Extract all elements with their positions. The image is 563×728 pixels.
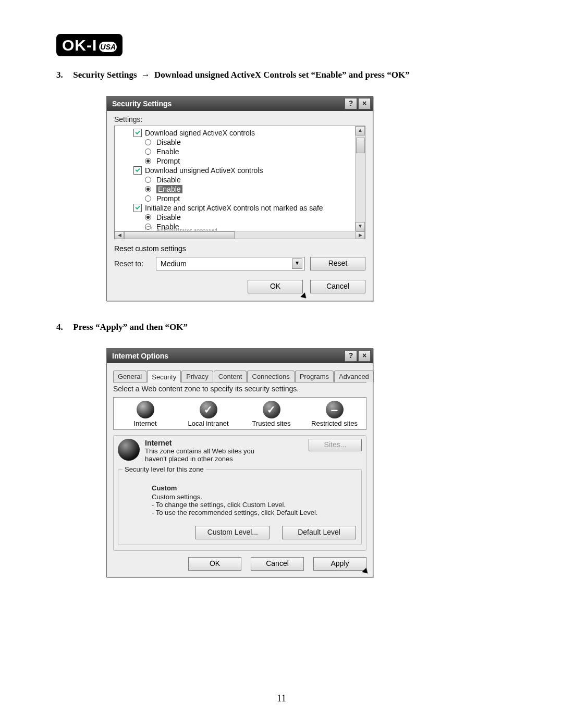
cancel-button[interactable]: Cancel bbox=[251, 557, 304, 571]
internet-options-dialog: Internet Options ? × GeneralSecurityPriv… bbox=[106, 348, 373, 577]
radio-label: Enable bbox=[156, 147, 179, 156]
help-button[interactable]: ? bbox=[345, 98, 357, 109]
radio-label: Prompt bbox=[156, 157, 180, 165]
globe-icon bbox=[137, 401, 154, 418]
radio-icon[interactable] bbox=[145, 158, 151, 164]
radio-label: Enable bbox=[156, 185, 182, 193]
category-label: Download unsigned ActiveX controls bbox=[145, 166, 263, 175]
cancel-button[interactable]: Cancel bbox=[310, 280, 365, 293]
tab-security[interactable]: Security bbox=[147, 370, 181, 382]
check-icon bbox=[263, 401, 280, 418]
security-level-group: Security level for this zone Custom Cust… bbox=[118, 469, 362, 545]
zone-item[interactable]: Restricted sites bbox=[309, 401, 361, 427]
scroll-thumb[interactable] bbox=[356, 138, 365, 153]
step-4-heading: 4. Press “Apply” and then “OK” bbox=[56, 322, 507, 332]
zone-item[interactable]: Trusted sites bbox=[246, 401, 298, 427]
tab-advanced[interactable]: Advanced bbox=[334, 371, 374, 382]
step-3-text-b: Download unsigned ActiveX Controls set “… bbox=[154, 70, 410, 80]
apply-button[interactable]: Apply bbox=[313, 557, 366, 571]
zone-label: Internet bbox=[119, 419, 172, 427]
tab-strip: GeneralSecurityPrivacyContentConnections… bbox=[113, 367, 366, 382]
zone-item[interactable]: Internet bbox=[119, 401, 172, 427]
settings-listbox[interactable]: Download signed ActiveX controlsDisableE… bbox=[114, 126, 365, 239]
titlebar[interactable]: Internet Options ? × bbox=[107, 349, 373, 363]
custom-level-button[interactable]: Custom Level... bbox=[195, 526, 270, 539]
arrow-icon: → bbox=[141, 70, 150, 80]
category-icon bbox=[133, 166, 142, 175]
radio-icon[interactable] bbox=[145, 195, 151, 202]
zone-desc-1: This zone contains all Web sites you bbox=[145, 447, 309, 455]
zone-label: Restricted sites bbox=[309, 419, 361, 427]
radio-label: Disable bbox=[156, 138, 181, 146]
radio-icon[interactable] bbox=[145, 149, 151, 155]
logo-text: OK-I bbox=[62, 36, 97, 54]
category-icon bbox=[133, 129, 142, 137]
reset-button[interactable]: Reset bbox=[310, 257, 365, 270]
horizontal-scrollbar[interactable]: ◀ ▶ bbox=[115, 231, 365, 239]
custom-title: Custom bbox=[152, 484, 356, 492]
globe-icon bbox=[118, 439, 140, 461]
radio-icon[interactable] bbox=[145, 214, 151, 220]
radio-option[interactable]: Disable bbox=[133, 175, 365, 184]
minus-icon bbox=[326, 401, 344, 418]
zone-item[interactable]: Local intranet bbox=[182, 401, 235, 427]
step-4-number: 4. bbox=[56, 322, 71, 332]
security-level-label: Security level for this zone bbox=[123, 465, 206, 473]
tree-category: Initialize and script ActiveX controls n… bbox=[133, 203, 365, 213]
help-button[interactable]: ? bbox=[345, 350, 357, 362]
tree-category: Download signed ActiveX controls bbox=[133, 128, 365, 138]
zone-selector[interactable]: InternetLocal intranetTrusted sitesRestr… bbox=[113, 397, 366, 430]
page-number: 11 bbox=[0, 693, 563, 704]
radio-label: Prompt bbox=[156, 194, 180, 203]
step-3-number: 3. bbox=[56, 70, 71, 80]
radio-icon[interactable] bbox=[145, 177, 151, 183]
radio-option[interactable]: Disable bbox=[133, 213, 365, 222]
vertical-scrollbar[interactable]: ▲ ▼ bbox=[355, 126, 365, 231]
custom-line-1: Custom settings. bbox=[152, 493, 356, 501]
close-button[interactable]: × bbox=[358, 350, 371, 362]
hscroll-thumb[interactable] bbox=[124, 231, 235, 239]
radio-option[interactable]: Enable bbox=[133, 184, 365, 194]
titlebar[interactable]: Security Settings ? × bbox=[107, 96, 373, 111]
zone-name: Internet bbox=[145, 439, 309, 447]
logo-usa-badge: USA bbox=[99, 42, 117, 52]
tab-connections[interactable]: Connections bbox=[247, 371, 294, 382]
reset-to-select[interactable]: Medium ▼ bbox=[156, 257, 305, 270]
security-settings-dialog: Security Settings ? × Settings: Download… bbox=[106, 96, 373, 301]
ok-button[interactable]: OK bbox=[188, 557, 241, 571]
custom-line-2: - To change the settings, click Custom L… bbox=[152, 501, 356, 509]
reset-section-label: Reset custom settings bbox=[114, 244, 365, 253]
custom-line-3: - To use the recommended settings, click… bbox=[152, 509, 356, 516]
tab-general[interactable]: General bbox=[113, 371, 146, 382]
radio-option[interactable]: Disable bbox=[133, 138, 365, 147]
category-label: Download signed ActiveX controls bbox=[145, 129, 255, 137]
step-3-text-a: Security Settings bbox=[73, 70, 137, 80]
scroll-up-icon[interactable]: ▲ bbox=[356, 126, 365, 135]
scroll-left-icon[interactable]: ◀ bbox=[115, 231, 124, 239]
reset-to-label: Reset to: bbox=[114, 260, 151, 268]
custom-level-description: Custom Custom settings. - To change the … bbox=[152, 484, 356, 516]
tab-privacy[interactable]: Privacy bbox=[181, 371, 213, 382]
ok-button[interactable]: OK bbox=[248, 280, 303, 293]
radio-option[interactable]: Enable bbox=[133, 147, 365, 156]
close-button[interactable]: × bbox=[358, 98, 371, 109]
chevron-down-icon[interactable]: ▼ bbox=[292, 258, 302, 269]
tab-content[interactable]: Content bbox=[214, 371, 247, 382]
settings-label: Settings: bbox=[114, 115, 365, 124]
default-level-button[interactable]: Default Level bbox=[282, 526, 356, 539]
step-4-text: Press “Apply” and then “OK” bbox=[73, 322, 188, 332]
scroll-down-icon[interactable]: ▼ bbox=[356, 222, 365, 231]
radio-icon[interactable] bbox=[145, 186, 151, 192]
radio-option[interactable]: Prompt bbox=[133, 156, 365, 166]
logo: OK-IUSA bbox=[56, 34, 123, 56]
zone-info-group: Internet This zone contains all Web site… bbox=[113, 435, 366, 551]
sites-button[interactable]: Sites... bbox=[309, 439, 362, 451]
dialog-title: Internet Options bbox=[112, 352, 344, 360]
radio-icon bbox=[145, 226, 152, 230]
radio-icon[interactable] bbox=[145, 139, 151, 145]
tab-programs[interactable]: Programs bbox=[295, 371, 334, 382]
radio-option[interactable]: Prompt bbox=[133, 194, 365, 203]
step-3-heading: 3. Security Settings → Download unsigned… bbox=[56, 70, 507, 80]
scroll-right-icon[interactable]: ▶ bbox=[356, 231, 365, 239]
zone-instruction: Select a Web content zone to specify its… bbox=[113, 385, 366, 393]
